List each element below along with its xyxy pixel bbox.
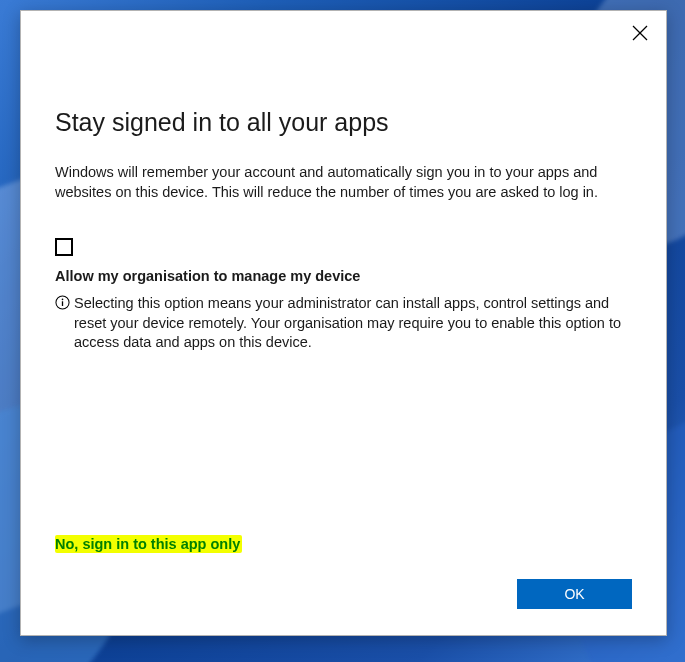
allow-manage-checkbox[interactable]	[55, 238, 73, 256]
info-text: Selecting this option means your adminis…	[74, 294, 632, 353]
link-highlight: No, sign in to this app only	[55, 535, 242, 553]
ok-button[interactable]: OK	[517, 579, 632, 609]
dialog-title: Stay signed in to all your apps	[55, 107, 632, 137]
sign-in-app-only-link[interactable]: No, sign in to this app only	[55, 536, 240, 552]
allow-manage-label: Allow my organisation to manage my devic…	[55, 268, 632, 284]
info-text-row: Selecting this option means your adminis…	[55, 294, 632, 353]
dialog-description: Windows will remember your account and a…	[55, 163, 632, 202]
close-button[interactable]	[632, 25, 648, 41]
svg-point-3	[62, 299, 64, 301]
stay-signed-in-dialog: Stay signed in to all your apps Windows …	[20, 10, 667, 636]
svg-rect-4	[62, 301, 63, 306]
info-icon	[55, 295, 70, 315]
close-icon	[632, 25, 648, 41]
